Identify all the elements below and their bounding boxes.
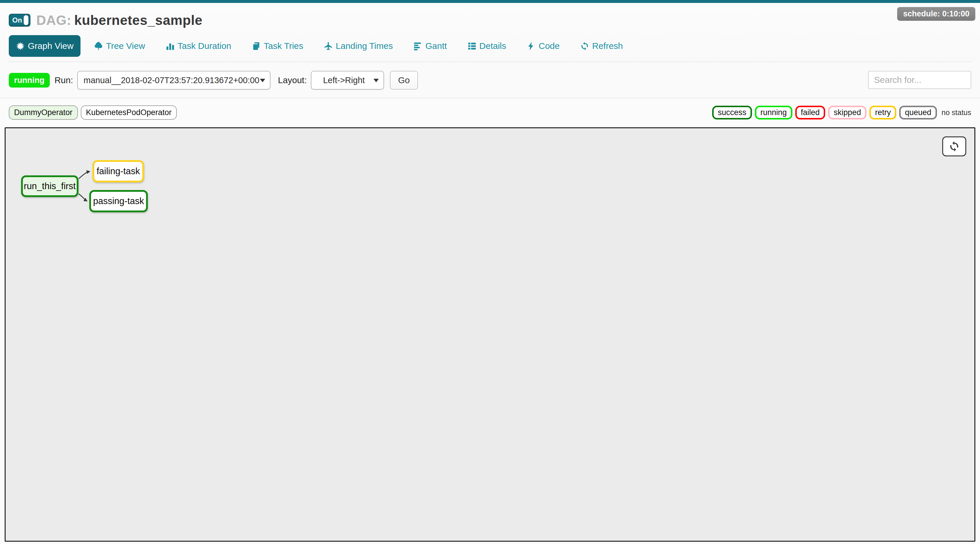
search-input[interactable] (868, 71, 971, 89)
tab-label: Refresh (592, 41, 623, 51)
dag-on-off-toggle[interactable]: On (9, 14, 30, 27)
top-accent-bar (0, 0, 980, 3)
refresh-icon (580, 41, 589, 51)
bolt-icon (527, 41, 536, 51)
chevron-down-icon (374, 79, 379, 82)
align-left-icon (413, 41, 422, 51)
layout-select[interactable]: Left->Right (311, 71, 384, 90)
tab-label: Tree View (106, 41, 145, 51)
tab-label: Graph View (28, 41, 73, 51)
status-pill-running: running (755, 106, 792, 119)
layout-select-value: Left->Right (312, 76, 383, 85)
status-pill-skipped: skipped (828, 106, 866, 119)
tab-tree-view[interactable]: Tree View (87, 35, 152, 57)
chevron-down-icon (260, 79, 265, 82)
toggle-knob (24, 15, 29, 25)
status-legend: success running failed skipped retry que… (709, 106, 971, 119)
header: On DAG:kubernetes_sample schedule: 0:10:… (0, 3, 980, 62)
status-pill-failed: failed (795, 106, 826, 119)
dag-edges (6, 128, 975, 542)
status-pill-retry: retry (869, 106, 896, 119)
tab-task-duration[interactable]: Task Duration (159, 35, 238, 57)
legend-row: DummyOperator KubernetesPodOperator succ… (0, 99, 980, 125)
go-button[interactable]: Go (390, 71, 418, 90)
task-node-failing-task[interactable]: failing-task (92, 160, 144, 182)
tab-label: Code (539, 41, 560, 51)
tab-task-tries[interactable]: Task Tries (245, 35, 310, 57)
tab-label: Landing Times (336, 41, 393, 51)
view-tabs: Graph View Tree View Task Duration Task … (9, 35, 971, 57)
operator-legend: DummyOperator KubernetesPodOperator (9, 105, 180, 120)
toggle-on-label: On (12, 16, 22, 24)
tab-label: Gantt (425, 41, 447, 51)
tree-icon (94, 41, 103, 51)
title-row: On DAG:kubernetes_sample (9, 11, 971, 29)
run-label: Run: (54, 75, 73, 85)
status-label-no-status: no status (942, 108, 971, 117)
run-select-value: manual__2018-02-07T23:57:20.913672+00:00 (78, 76, 272, 85)
layout-label: Layout: (278, 75, 307, 85)
sunburst-icon (16, 41, 25, 51)
status-pill-success: success (712, 106, 752, 119)
operator-pill-dummy: DummyOperator (9, 105, 78, 120)
tab-gantt[interactable]: Gantt (406, 35, 454, 57)
operator-pill-kubernetespod: KubernetesPodOperator (81, 105, 177, 120)
run-select[interactable]: manual__2018-02-07T23:57:20.913672+00:00 (77, 71, 270, 90)
bar-chart-icon (165, 41, 175, 51)
plane-icon (324, 41, 333, 51)
status-pill-queued: queued (899, 106, 937, 119)
tab-graph-view[interactable]: Graph View (9, 35, 81, 57)
task-node-run-this-first[interactable]: run_this_first (21, 175, 78, 197)
schedule-badge: schedule: 0:10:00 (897, 7, 975, 21)
tab-label: Task Duration (178, 41, 231, 51)
tab-refresh[interactable]: Refresh (573, 35, 630, 57)
task-node-passing-task[interactable]: passing-task (89, 190, 148, 212)
tab-label: Details (479, 41, 506, 51)
copy-pages-icon (252, 41, 261, 51)
tab-landing-times[interactable]: Landing Times (317, 35, 400, 57)
refresh-icon (949, 141, 960, 152)
th-list-icon (468, 41, 477, 51)
dag-graph-canvas[interactable]: run_this_first failing-task passing-task (5, 127, 975, 542)
run-controls: running Run: manual__2018-02-07T23:57:20… (0, 62, 980, 98)
dag-prefix-label: DAG: (36, 13, 72, 28)
tab-details[interactable]: Details (460, 35, 514, 57)
graph-refresh-button[interactable] (942, 137, 966, 156)
tab-label: Task Tries (264, 41, 303, 51)
dag-run-status-badge: running (9, 73, 50, 87)
tab-code[interactable]: Code (520, 35, 567, 57)
page-title: DAG:kubernetes_sample (36, 12, 202, 28)
dag-name: kubernetes_sample (74, 13, 202, 28)
